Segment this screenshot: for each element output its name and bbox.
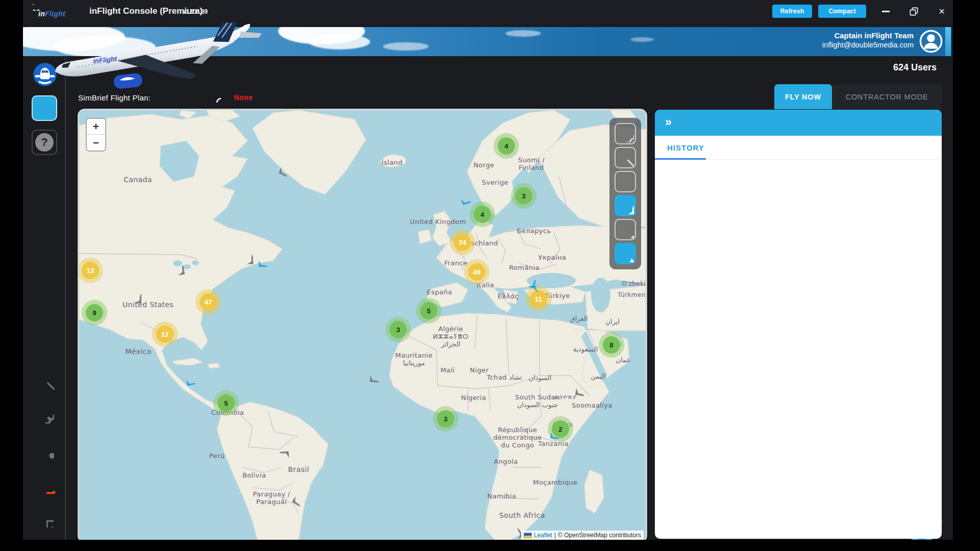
sidebar-divider bbox=[65, 57, 66, 540]
cluster-marker[interactable]: 3 bbox=[389, 321, 407, 338]
users-count: 624 Users bbox=[835, 62, 937, 73]
cloud-decoration bbox=[505, 30, 541, 37]
plane-marker-gray[interactable] bbox=[269, 451, 290, 472]
takeoff-icon bbox=[36, 99, 53, 117]
cluster-marker[interactable]: 8 bbox=[603, 336, 620, 354]
banner-edge-accent bbox=[945, 27, 951, 56]
header-banner: Captain inFlight Team inflight@double5me… bbox=[23, 27, 951, 56]
cluster-marker[interactable]: 47 bbox=[200, 293, 217, 311]
cloud-decoration bbox=[630, 37, 654, 42]
map-attribution: Leaflet | © OpenStreetMap contributors bbox=[521, 531, 644, 540]
simbrief-value: None bbox=[234, 93, 253, 102]
plane-marker-blue[interactable] bbox=[184, 364, 206, 386]
desktop-margin bbox=[0, 540, 980, 551]
locate-icon bbox=[617, 125, 634, 142]
close-button[interactable]: × bbox=[933, 0, 951, 22]
map-control-locate[interactable] bbox=[615, 123, 636, 144]
map-layer-controls bbox=[609, 118, 641, 269]
simbrief-label: SimBrief Flight Plan: bbox=[78, 93, 151, 102]
avatar[interactable] bbox=[919, 30, 943, 53]
compact-button[interactable]: Compact bbox=[818, 5, 866, 18]
sidebar-logout-button[interactable] bbox=[32, 506, 58, 532]
desktop-margin bbox=[953, 0, 980, 551]
history-panel: » HISTORY bbox=[655, 110, 942, 539]
cluster-marker[interactable]: 4 bbox=[474, 206, 491, 223]
tab-contractor-mode[interactable]: CONTRACTOR MODE bbox=[832, 84, 942, 109]
user-info: Captain inFlight Team inflight@double5me… bbox=[822, 31, 914, 49]
panel-collapse-button[interactable]: » bbox=[662, 115, 675, 130]
plane-icon bbox=[617, 197, 634, 214]
map-control-planes-multi[interactable] bbox=[615, 171, 636, 192]
plane-marker-gray[interactable] bbox=[162, 255, 185, 278]
sidebar-plane-disabled-button[interactable] bbox=[32, 367, 58, 393]
planes2-icon bbox=[617, 173, 634, 190]
user-name: Captain inFlight Team bbox=[822, 31, 914, 40]
close-icon: × bbox=[939, 6, 945, 17]
version-label: v1.5.6.89 bbox=[182, 0, 208, 22]
tab-history[interactable]: HISTORY bbox=[664, 143, 707, 153]
plane-marker-blue[interactable] bbox=[259, 248, 277, 267]
cloud-decoration bbox=[309, 34, 370, 49]
zoom-out-button[interactable]: − bbox=[87, 135, 105, 151]
sidebar-user-admin-button[interactable] bbox=[32, 437, 58, 463]
minimize-button[interactable] bbox=[876, 0, 895, 22]
world-map[interactable]: CanadaÍslandNorgeSuomi / FinlandSverigeU… bbox=[78, 109, 647, 543]
plane-marker-blue[interactable] bbox=[550, 420, 570, 440]
cloud-decoration bbox=[54, 36, 156, 56]
attribution-separator: | bbox=[554, 531, 556, 540]
map-control-terrain[interactable] bbox=[615, 243, 636, 264]
cluster-marker[interactable]: 13 bbox=[82, 262, 99, 279]
cloud-decoration bbox=[383, 42, 429, 51]
sidebar-settings-button[interactable] bbox=[32, 401, 58, 428]
osm-attribution: © OpenStreetMap contributors bbox=[558, 531, 641, 540]
cluster-marker[interactable]: 9 bbox=[86, 304, 103, 321]
cluster-marker[interactable]: 3 bbox=[437, 410, 454, 428]
minimize-icon bbox=[882, 11, 890, 12]
simbrief-row: SimBrief Flight Plan: None bbox=[78, 91, 253, 104]
map-control-satellite[interactable] bbox=[615, 219, 636, 240]
plane-marker-gray[interactable] bbox=[575, 375, 598, 398]
desktop-margin bbox=[0, 0, 23, 551]
plane-marker-gray[interactable] bbox=[232, 244, 253, 265]
history-panel-tabbar: HISTORY bbox=[655, 136, 942, 160]
cluster-marker[interactable]: 5 bbox=[420, 302, 437, 319]
sidebar-reddit-button[interactable] bbox=[32, 470, 58, 497]
mode-tabs: FLY NOW CONTRACTOR MODE bbox=[774, 84, 942, 109]
plane-slash-icon bbox=[35, 370, 55, 390]
cluster-marker[interactable]: 74 bbox=[454, 234, 471, 251]
restore-icon bbox=[909, 7, 919, 16]
app-logo: inFlight bbox=[29, 1, 85, 21]
simbrief-refresh-button[interactable] bbox=[209, 91, 222, 104]
history-panel-header: » bbox=[655, 110, 942, 136]
cluster-marker[interactable]: 5 bbox=[217, 394, 235, 412]
cluster-marker[interactable]: 3 bbox=[515, 187, 532, 205]
airline-logo-icon bbox=[32, 61, 58, 88]
cluster-marker[interactable]: 12 bbox=[156, 325, 174, 343]
user-gear-icon bbox=[36, 441, 54, 459]
cluster-marker[interactable]: 4 bbox=[498, 137, 515, 155]
gear-icon bbox=[36, 405, 54, 423]
map-control-planes-off[interactable] bbox=[615, 147, 636, 168]
zoom-in-button[interactable]: + bbox=[87, 119, 105, 135]
history-tab-underline bbox=[655, 158, 706, 160]
leaflet-link[interactable]: Leaflet bbox=[534, 531, 552, 540]
ukraine-flag-icon bbox=[524, 533, 532, 538]
map-control-plane[interactable] bbox=[615, 195, 636, 216]
question-icon: ? bbox=[35, 133, 54, 152]
satellite-icon bbox=[617, 221, 634, 238]
mountain-icon bbox=[617, 245, 634, 262]
refresh-button[interactable]: Refresh bbox=[772, 5, 812, 18]
sidebar-help-button[interactable]: ? bbox=[32, 130, 57, 155]
tab-fly-now[interactable]: FLY NOW bbox=[774, 84, 832, 109]
sidebar-flights-button[interactable] bbox=[32, 95, 57, 121]
map-zoom-control: + − bbox=[86, 118, 106, 152]
plane-marker-gray[interactable] bbox=[370, 362, 390, 383]
logout-icon bbox=[36, 510, 54, 528]
plane-marker-gray[interactable] bbox=[122, 284, 141, 303]
cluster-marker[interactable]: 40 bbox=[468, 263, 485, 281]
sidebar-brand-logo[interactable] bbox=[32, 61, 58, 88]
restore-button[interactable] bbox=[904, 0, 923, 22]
plane-off-icon bbox=[617, 149, 634, 166]
refresh-icon bbox=[210, 91, 221, 103]
titlebar: inFlight inFlight Console (Premium) v1.5… bbox=[23, 0, 953, 22]
